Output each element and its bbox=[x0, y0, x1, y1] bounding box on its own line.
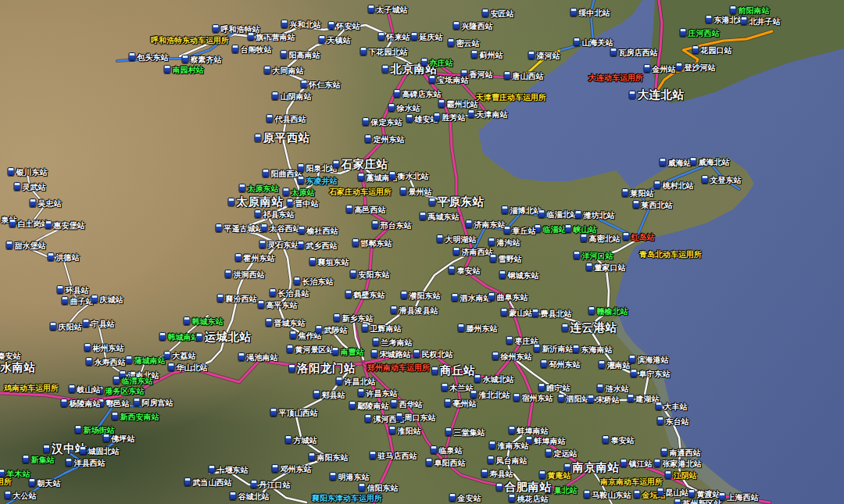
station-label[interactable]: 原平西站 bbox=[255, 132, 310, 144]
station-label[interactable]: 旗下营南站 bbox=[248, 32, 295, 41]
station-label[interactable]: 许昌东站 bbox=[358, 388, 398, 398]
station-label[interactable]: 明港东站 bbox=[330, 472, 370, 481]
station-label[interactable]: 邳州东站 bbox=[541, 359, 581, 369]
station-label[interactable]: 白土岗站 bbox=[9, 219, 49, 228]
station-label[interactable]: 东凌井站 bbox=[298, 176, 338, 185]
depot-label[interactable]: 大连动车运用所 bbox=[588, 74, 643, 82]
station-label[interactable]: 长治县站 bbox=[270, 288, 309, 298]
station-label[interactable]: 淄博北站 bbox=[502, 206, 542, 215]
station-label[interactable]: 太原南站 bbox=[228, 196, 284, 208]
station-label[interactable]: 包头东站 bbox=[129, 52, 169, 62]
station-label[interactable]: 庄河西站 bbox=[680, 28, 720, 38]
station-label[interactable]: 山海关站 bbox=[574, 38, 613, 47]
station-label[interactable]: 襄垣东站 bbox=[309, 257, 349, 266]
station-label[interactable]: 东台站 bbox=[657, 416, 689, 426]
station-label[interactable]: 长治东站 bbox=[294, 277, 334, 286]
station-label[interactable]: 晋城东站 bbox=[266, 318, 306, 327]
station-label[interactable]: 祁县东站 bbox=[255, 209, 295, 219]
station-label[interactable]: 高平东站 bbox=[258, 300, 298, 309]
station-label[interactable]: 滑县浚县站 bbox=[391, 306, 438, 315]
station-label[interactable]: 岐山站 bbox=[69, 384, 101, 394]
station-label[interactable]: 临泉站 bbox=[431, 445, 463, 455]
station-label[interactable]: 平原东站 bbox=[429, 196, 485, 208]
station-label[interactable]: 昆山站 bbox=[657, 488, 689, 497]
station-label[interactable]: 蒙山站 bbox=[501, 308, 533, 317]
station-label[interactable]: 雪野站 bbox=[490, 254, 522, 263]
station-label[interactable]: 江阴站 bbox=[665, 470, 697, 480]
station-label[interactable]: 徐水站 bbox=[388, 103, 420, 113]
station-label[interactable]: 太原站 bbox=[283, 188, 315, 197]
station-label[interactable]: 亦庄站 bbox=[421, 58, 453, 67]
station-label[interactable]: 商丘站 bbox=[431, 365, 475, 377]
station-label[interactable]: 韩城东站 bbox=[184, 316, 224, 326]
station-label[interactable]: 南通西站 bbox=[661, 448, 701, 457]
station-label[interactable]: 上海西站 bbox=[719, 492, 759, 502]
station-label[interactable]: 瓦房店西站 bbox=[610, 48, 658, 57]
station-label[interactable]: 定州东站 bbox=[365, 134, 405, 144]
station-label[interactable]: 红岛站 bbox=[623, 232, 655, 241]
depot-label[interactable]: 青岛北动车运用所 bbox=[639, 251, 702, 259]
station-label[interactable]: 洋县西站 bbox=[66, 458, 106, 467]
station-label[interactable]: 宁县站 bbox=[83, 319, 115, 328]
station-label[interactable]: 蚌埠南站 bbox=[509, 426, 549, 435]
station-label[interactable]: 渑池南站 bbox=[238, 352, 278, 362]
station-label[interactable]: 天津南站 bbox=[468, 109, 508, 119]
station-label[interactable]: 宋城路站 bbox=[371, 349, 411, 359]
depot-label[interactable]: 用所 bbox=[0, 478, 12, 486]
station-label[interactable]: 衡水北站 bbox=[389, 171, 429, 181]
station-label[interactable]: 定远站 bbox=[545, 449, 578, 458]
station-label[interactable]: 临淄站 bbox=[535, 224, 567, 234]
station-label[interactable]: 滦河站 bbox=[528, 51, 560, 60]
station-label[interactable]: 西华站 bbox=[391, 399, 423, 409]
station-label[interactable]: 平遥古城站 bbox=[216, 223, 263, 233]
station-label[interactable]: 董家口站 bbox=[586, 263, 626, 272]
station-label[interactable]: 榆社西站 bbox=[299, 226, 338, 235]
station-label[interactable]: 新乡东站 bbox=[334, 313, 374, 323]
station-label[interactable]: 宿州东站 bbox=[513, 393, 553, 402]
station-label[interactable]: 威海站 bbox=[660, 158, 692, 167]
station-label[interactable]: 阜宁东站 bbox=[631, 369, 671, 378]
station-label[interactable]: 新沂南站 bbox=[534, 344, 574, 353]
station-label[interactable]: 连云港站 bbox=[562, 322, 617, 334]
station-label[interactable]: 宝坻南站 bbox=[429, 75, 469, 84]
station-label[interactable]: 延庆站 bbox=[411, 32, 443, 41]
station-label[interactable]: 庆城站 bbox=[91, 295, 123, 304]
station-label[interactable]: 泗阳站 bbox=[558, 394, 590, 403]
station-label[interactable]: 安阳东站 bbox=[350, 270, 390, 279]
station-label[interactable]: 霍州东站 bbox=[235, 253, 275, 263]
depot-label[interactable]: 襄阳东津动车运用所 bbox=[312, 495, 382, 502]
station-label[interactable]: 绥中北站 bbox=[570, 8, 610, 17]
station-label[interactable]: 大连北站 bbox=[629, 89, 685, 101]
station-label[interactable]: 凤台南站 bbox=[488, 456, 528, 465]
station-label[interactable]: 永城北站 bbox=[474, 374, 514, 384]
station-label[interactable]: 阳高南站 bbox=[281, 50, 320, 59]
station-label[interactable]: 桃花店站 bbox=[509, 494, 549, 503]
station-label[interactable]: 镇江站 bbox=[620, 459, 653, 468]
station-label[interactable]: 灵武站 bbox=[14, 182, 46, 191]
station-label[interactable]: 太原东站 bbox=[239, 184, 279, 193]
station-label[interactable]: 代县西站 bbox=[266, 114, 306, 123]
station-label[interactable]: 洋河口站 bbox=[574, 251, 613, 260]
station-label[interactable]: 合肥南站 bbox=[496, 481, 552, 493]
station-label[interactable]: 泰安站 bbox=[449, 266, 481, 275]
station-label[interactable]: 石家庄站 bbox=[333, 159, 388, 170]
station-label[interactable]: 庆阳站 bbox=[50, 322, 82, 331]
map-canvas[interactable]: 呼和浩特东动车运用所呼和浩特站包头东站察素齐站南园村站台阁牧站旗下营南站兴和北站… bbox=[0, 0, 844, 504]
station-label[interactable]: 吴忠站 bbox=[30, 198, 62, 208]
station-label[interactable]: 天水南站 bbox=[0, 362, 36, 374]
station-label[interactable]: 银川东站 bbox=[8, 167, 48, 177]
station-label[interactable]: 鹤壁东站 bbox=[345, 290, 385, 299]
station-label[interactable]: 滨海港站 bbox=[629, 355, 669, 364]
station-label[interactable]: 天镇站 bbox=[319, 35, 351, 45]
station-label[interactable]: 木兰站 bbox=[442, 383, 474, 392]
station-label[interactable]: 泗水南站 bbox=[452, 293, 492, 302]
station-label[interactable]: 潍坊北站 bbox=[575, 210, 615, 220]
station-label[interactable]: 寿县站 bbox=[481, 469, 513, 478]
station-label[interactable]: 武当山西站 bbox=[184, 477, 232, 487]
station-label[interactable]: 港沟站 bbox=[488, 238, 520, 247]
station-label[interactable]: 睢宁站 bbox=[538, 383, 570, 392]
station-label[interactable]: 大明湖站 bbox=[437, 234, 477, 244]
station-label[interactable]: 东港北站 bbox=[706, 15, 746, 24]
station-label[interactable]: 兴和北站 bbox=[281, 20, 321, 29]
station-label[interactable]: 怀仁东站 bbox=[301, 80, 341, 89]
